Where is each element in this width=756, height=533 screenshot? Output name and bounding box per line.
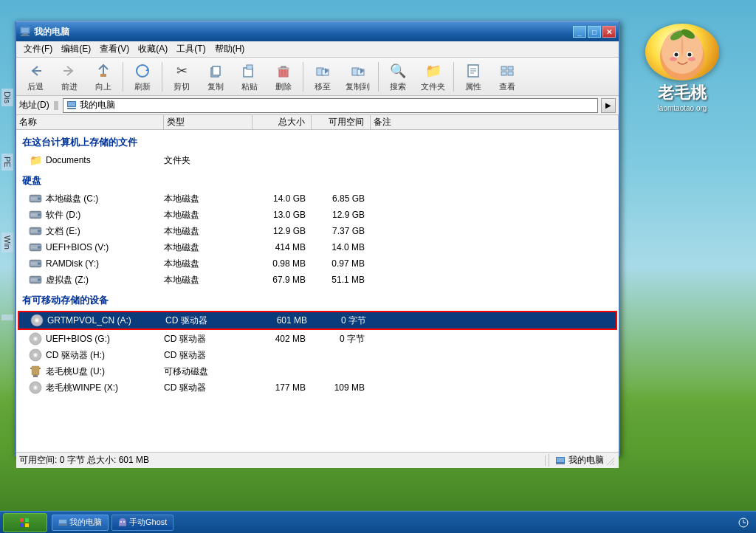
sidebar-label-pe[interactable]: PE	[1, 154, 13, 171]
list-item[interactable]: 老毛桃U盘 (U:) 可移动磁盘	[16, 363, 619, 379]
taskbar-explorer-label: 我的电脑	[69, 517, 102, 528]
svg-rect-14	[21, 35, 30, 36]
file-size: 13.0 GB	[252, 210, 312, 220]
file-size: 14.0 GB	[252, 193, 312, 204]
file-type: 文件夹	[164, 154, 252, 167]
col-header-size[interactable]: 总大小	[252, 115, 312, 130]
file-size: 601 MB	[254, 315, 313, 326]
search-button[interactable]: 🔍 搜索	[382, 58, 414, 94]
separator-1	[123, 62, 123, 92]
file-type: CD 驱动器	[164, 349, 252, 362]
address-input[interactable]: 我的电脑	[63, 98, 598, 113]
back-button[interactable]: 后退	[19, 58, 52, 94]
windows-start-icon	[19, 517, 30, 528]
up-button[interactable]: 向上	[87, 58, 120, 94]
move-button[interactable]: 移至	[306, 58, 339, 94]
file-type: CD 驱动器	[164, 333, 252, 345]
taskbar-computer-icon	[58, 519, 67, 526]
sidebar-label-dis[interactable]: Dis	[1, 89, 13, 106]
svg-point-63	[38, 278, 41, 281]
list-item[interactable]: Documents 文件夹	[16, 152, 619, 168]
maximize-button[interactable]: □	[588, 26, 601, 38]
status-computer-icon	[555, 456, 566, 465]
copyto-button[interactable]: 复制到	[340, 58, 375, 94]
file-free: 109 MB	[312, 382, 371, 393]
folder-icon	[28, 153, 43, 168]
logo-svg	[651, 24, 714, 80]
hdd-icon	[28, 256, 43, 271]
address-bar: 地址(D) 我的电脑 ▶	[16, 96, 619, 115]
properties-button[interactable]: 属性	[457, 58, 489, 94]
file-free: 6.85 GB	[312, 193, 371, 204]
list-item[interactable]: UEFI+BIOS (V:) 本地磁盘 414 MB 14.0 MB	[16, 239, 619, 255]
forward-button[interactable]: 前进	[53, 58, 86, 94]
menu-view[interactable]: 查看(V)	[95, 41, 134, 57]
delete-label: 删除	[275, 81, 292, 92]
file-size: 12.9 GB	[252, 226, 312, 236]
taskbar-clock-icon	[738, 517, 749, 528]
file-type: 本地磁盘	[164, 225, 252, 238]
svg-rect-35	[508, 66, 513, 70]
minimize-button[interactable]: _	[573, 26, 586, 38]
folders-icon: 📁	[423, 61, 444, 81]
list-item[interactable]: UEFI+BIOS (G:) CD 驱动器 402 MB 0 字节	[16, 331, 619, 347]
file-type: 本地磁盘	[164, 209, 252, 221]
list-item[interactable]: 老毛桃WINPE (X:) CD 驱动器 177 MB 109 MB	[16, 379, 619, 396]
file-free: 7.37 GB	[312, 226, 371, 236]
svg-rect-76	[33, 375, 38, 377]
file-area: 名称 类型 总大小 可用空间 备注 在这台计算机上存储的文件 Documents…	[16, 115, 619, 452]
svg-rect-94	[58, 524, 67, 526]
move-icon	[312, 61, 333, 81]
menu-bar: 文件(F) 编辑(E) 查看(V) 收藏(A) 工具(T) 帮助(H)	[16, 41, 619, 58]
move-label: 移至	[315, 81, 331, 92]
delete-button[interactable]: 删除	[267, 58, 300, 94]
title-bar-icon	[19, 26, 31, 38]
copy-button[interactable]: 复制	[199, 58, 232, 94]
separator-2	[162, 62, 162, 92]
svg-point-55	[38, 246, 41, 249]
list-item[interactable]: 虚拟盘 (Z:) 本地磁盘 67.9 MB 51.1 MB	[16, 272, 619, 288]
address-go-button[interactable]: ▶	[601, 98, 616, 113]
properties-label: 属性	[465, 81, 481, 92]
col-header-note[interactable]: 备注	[371, 115, 619, 130]
list-item[interactable]: 本地磁盘 (C:) 本地磁盘 14.0 GB 6.85 GB	[16, 190, 619, 207]
taskbar-ghost-item[interactable]: 手动Ghost	[111, 515, 173, 531]
svg-rect-90	[20, 523, 24, 527]
sidebar-label-win[interactable]: Win	[1, 233, 13, 252]
status-right: 我的电脑	[549, 454, 604, 467]
start-button[interactable]	[3, 513, 47, 532]
taskbar-explorer-item[interactable]: 我的电脑	[52, 515, 109, 531]
refresh-button[interactable]: 刷新	[126, 58, 159, 94]
svg-rect-89	[25, 518, 29, 522]
list-item[interactable]: CD 驱动器 (H:) CD 驱动器	[16, 347, 619, 363]
list-item[interactable]: RAMDisk (Y:) 本地磁盘 0.98 MB 0.97 MB	[16, 255, 619, 272]
col-header-free[interactable]: 可用空间	[312, 115, 371, 130]
up-icon	[93, 61, 114, 81]
menu-help[interactable]: 帮助(H)	[210, 41, 250, 57]
folders-button[interactable]: 📁 文件夹	[416, 58, 450, 94]
menu-edit[interactable]: 编辑(E)	[57, 41, 95, 57]
svg-point-74	[35, 354, 37, 357]
menu-tools[interactable]: 工具(T)	[172, 41, 210, 57]
close-button[interactable]: ✕	[602, 26, 616, 38]
viewmode-button[interactable]: 查看	[491, 58, 523, 94]
svg-point-8	[670, 57, 677, 61]
paste-button[interactable]: 粘贴	[233, 58, 266, 94]
list-item[interactable]: GRTMPVOL_CN (A:) CD 驱动器 601 MB 0 字节	[19, 312, 616, 329]
separator-5	[453, 62, 454, 92]
refresh-icon	[132, 61, 153, 81]
list-item[interactable]: 软件 (D:) 本地磁盘 13.0 GB 12.9 GB	[16, 207, 619, 223]
file-type: 本地磁盘	[164, 241, 252, 254]
cut-button[interactable]: ✂ 剪切	[165, 58, 198, 94]
sidebar-label-wd[interactable]	[1, 314, 13, 320]
cut-label: 剪切	[173, 81, 190, 92]
menu-favorites[interactable]: 收藏(A)	[134, 41, 172, 57]
col-header-type[interactable]: 类型	[164, 115, 252, 130]
status-resize-handle[interactable]	[604, 455, 616, 467]
section-removable-header: 有可移动存储的设备	[16, 288, 619, 310]
desktop-sidebar-labels: Dis PE Win	[1, 89, 13, 320]
menu-file[interactable]: 文件(F)	[19, 41, 57, 57]
list-item[interactable]: 文档 (E:) 本地磁盘 12.9 GB 7.37 GB	[16, 223, 619, 239]
col-header-name[interactable]: 名称	[16, 115, 164, 130]
back-icon	[25, 61, 46, 81]
